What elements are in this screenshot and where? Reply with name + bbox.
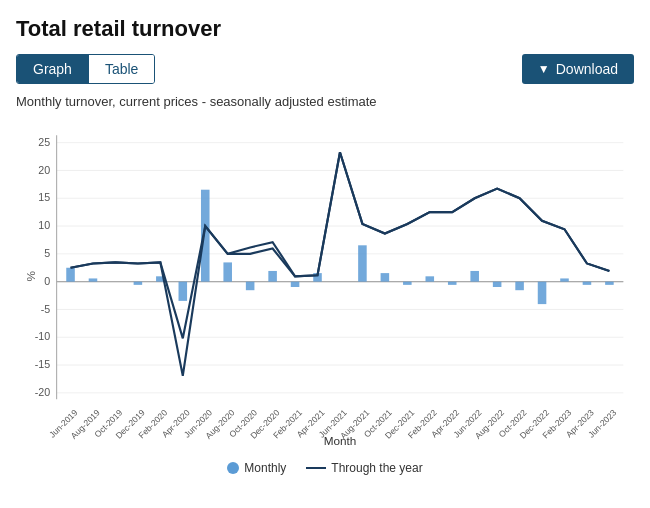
svg-text:-20: -20 — [35, 386, 51, 398]
svg-rect-44 — [560, 278, 569, 281]
monthly-label: Monthly — [244, 461, 286, 475]
svg-rect-38 — [426, 276, 435, 281]
tab-graph[interactable]: Graph — [17, 55, 89, 83]
svg-text:20: 20 — [38, 164, 50, 176]
svg-rect-40 — [470, 271, 479, 282]
svg-text:25: 25 — [38, 136, 50, 148]
chart-subtitle: Monthly turnover, current prices - seaso… — [16, 94, 634, 109]
page-title: Total retail turnover — [16, 16, 634, 42]
svg-rect-24 — [66, 268, 75, 282]
chart-legend: Monthly Through the year — [16, 461, 634, 475]
svg-rect-36 — [381, 273, 390, 282]
svg-text:Month: Month — [324, 434, 357, 447]
svg-rect-43 — [538, 282, 547, 304]
svg-rect-46 — [605, 282, 614, 285]
svg-rect-39 — [448, 282, 457, 285]
svg-rect-32 — [268, 271, 277, 282]
svg-text:-10: -10 — [35, 330, 51, 342]
svg-text:5: 5 — [44, 247, 50, 259]
svg-rect-30 — [223, 262, 232, 281]
chart-svg: 25 20 15 10 5 0 -5 -10 -15 -20 % — [16, 117, 634, 457]
tab-table[interactable]: Table — [89, 55, 154, 83]
svg-rect-33 — [291, 282, 300, 287]
svg-rect-28 — [179, 282, 188, 301]
tab-group: Graph Table — [16, 54, 155, 84]
svg-text:%: % — [24, 271, 37, 282]
through-year-label: Through the year — [331, 461, 422, 475]
svg-text:10: 10 — [38, 219, 50, 231]
svg-text:-15: -15 — [35, 358, 51, 370]
through-the-year-line — [71, 152, 610, 338]
svg-rect-0 — [59, 132, 624, 383]
through-year-line-icon — [306, 467, 326, 469]
download-arrow-icon: ▼ — [538, 62, 550, 76]
svg-rect-37 — [403, 282, 412, 285]
svg-rect-42 — [515, 282, 524, 291]
svg-text:0: 0 — [44, 275, 50, 287]
legend-through-year: Through the year — [306, 461, 422, 475]
toolbar: Graph Table ▼ Download — [16, 54, 634, 84]
download-button[interactable]: ▼ Download — [522, 54, 634, 84]
legend-monthly: Monthly — [227, 461, 286, 475]
svg-rect-41 — [493, 282, 502, 287]
svg-rect-31 — [246, 282, 255, 291]
svg-rect-26 — [134, 282, 143, 285]
monthly-dot-icon — [227, 462, 239, 474]
svg-rect-35 — [358, 245, 367, 281]
svg-rect-45 — [583, 282, 592, 285]
svg-text:15: 15 — [38, 191, 50, 203]
svg-rect-25 — [89, 278, 98, 281]
chart-container: 25 20 15 10 5 0 -5 -10 -15 -20 % — [16, 117, 634, 457]
svg-text:-5: -5 — [41, 303, 51, 315]
